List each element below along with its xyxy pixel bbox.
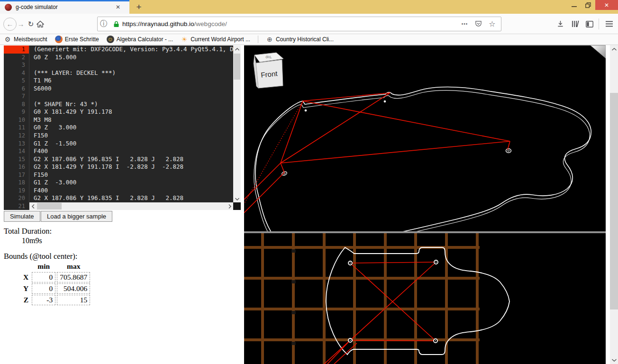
code-line[interactable]: F150	[34, 171, 237, 179]
restore-button[interactable]	[581, 0, 595, 10]
line-number: 17	[4, 171, 29, 179]
line-number: 20	[4, 194, 29, 202]
simulate-button[interactable]: Simulate	[4, 211, 40, 222]
forward-arrow-icon: →	[18, 20, 25, 28]
sidebar-icon	[586, 21, 593, 27]
minimize-button[interactable]	[567, 0, 581, 10]
bookmark-star-icon[interactable]: ☆	[485, 19, 499, 28]
gear-icon: ⚙	[4, 36, 11, 43]
library-button[interactable]	[571, 14, 580, 34]
code-line[interactable]: T1 M6	[34, 77, 237, 85]
line-number: 1	[4, 46, 29, 54]
editor-vertical-scrollbar[interactable]	[233, 46, 241, 202]
scroll-up-icon[interactable]	[233, 46, 241, 53]
lock-icon	[110, 21, 122, 27]
scroll-right-icon[interactable]	[226, 202, 233, 210]
load-bigger-sample-button[interactable]: Load a bigger sample	[41, 211, 112, 222]
drill-holes-3d	[282, 100, 511, 176]
tab-title: g-code simulator	[16, 4, 58, 10]
reload-button[interactable]: ↻	[27, 14, 35, 34]
download-icon	[557, 20, 564, 27]
bookmark-item[interactable]: ⚙Meistbesucht	[4, 35, 47, 44]
back-button[interactable]: ←	[3, 14, 17, 34]
vertical-scroll-thumb[interactable]	[234, 54, 240, 80]
new-tab-button[interactable]: +	[133, 1, 145, 13]
bookmark-item[interactable]: ⊕Country Historical Cli...	[266, 35, 334, 44]
code-line[interactable]: G0 X 181.429 Y 191.178	[34, 108, 237, 116]
toolpath-3d-view[interactable]: Top Front	[244, 45, 606, 231]
code-line[interactable]: F150	[34, 132, 237, 140]
toolpath-2d-view[interactable]	[244, 233, 606, 364]
bookmark-label: Country Historical Cli...	[276, 36, 334, 43]
downloads-button[interactable]	[555, 14, 565, 34]
url-text[interactable]: https://nraynaud.github.io/webgcode/	[122, 20, 458, 27]
code-line[interactable]: (*** LAYER: DECKEL ***)	[34, 69, 237, 77]
page-scroll-up-icon[interactable]	[610, 45, 618, 53]
line-number: 21	[4, 202, 29, 210]
line-number: 3	[4, 61, 29, 69]
code-line[interactable]	[34, 92, 237, 100]
code-line[interactable]: S6000	[34, 85, 237, 93]
tab-gcode-simulator[interactable]: g-code simulator ✕	[0, 0, 129, 14]
tab-close-icon[interactable]: ✕	[114, 3, 122, 11]
forward-button[interactable]: →	[17, 14, 25, 34]
toolbar-separator	[599, 18, 599, 29]
home-button[interactable]	[36, 14, 45, 34]
code-line[interactable]: G1 Z -3.000	[34, 179, 237, 187]
active-tab-indicator	[0, 0, 129, 1]
bookmark-item[interactable]: ☀Current World Airport ...	[181, 35, 250, 44]
code-line[interactable]: G1 Z -1.500	[34, 140, 237, 148]
view-cube-top-label: Top	[265, 55, 272, 60]
code-line[interactable]: G0 Z 3.000	[34, 124, 237, 132]
back-arrow-icon: ←	[3, 18, 17, 31]
code-line[interactable]: G0 Z 15.000	[34, 54, 237, 62]
code-line[interactable]: F400	[34, 147, 237, 155]
bookmarks-bar: ⚙MeistbesuchtErste Schritte☺Algebra Calc…	[0, 34, 618, 45]
line-number: 13	[4, 140, 29, 148]
bookmark-label: Meistbesucht	[14, 36, 47, 43]
bounds-max-value: 15	[57, 295, 90, 305]
line-number: 9	[4, 108, 29, 116]
pocket-icon[interactable]	[472, 20, 485, 27]
site-info-icon[interactable]: ⓘ	[98, 19, 110, 29]
editor-code[interactable]: (Generiert mit: DXF2GCODE, Version: Py3.…	[30, 46, 237, 210]
page-scroll-down-icon[interactable]	[610, 356, 618, 364]
total-duration-label: Total Duration:	[4, 227, 52, 236]
page-scrollbar[interactable]	[610, 45, 618, 364]
page-actions-icon[interactable]: •••	[458, 21, 472, 27]
line-number: 15	[4, 155, 29, 164]
scroll-left-icon[interactable]	[29, 202, 36, 210]
total-duration-value: 10m9s	[22, 237, 42, 245]
bounds-axis-label: X	[21, 272, 30, 282]
bookmark-item[interactable]: Erste Schritte	[55, 35, 99, 44]
sun-icon: ☀	[181, 36, 188, 43]
editor-horizontal-scrollbar[interactable]	[29, 202, 233, 210]
code-line[interactable]: G2 X 187.086 Y 196.835 I 2.828 J 2.828	[34, 194, 237, 202]
close-button[interactable]: ✕	[595, 0, 618, 10]
window-controls: ✕	[567, 0, 618, 10]
page-scroll-thumb[interactable]	[610, 93, 618, 309]
url-bar[interactable]: ⓘ https://nraynaud.github.io/webgcode/ •…	[97, 17, 501, 31]
line-number: 12	[4, 132, 29, 140]
code-line[interactable]: (* SHAPE Nr: 43 *)	[34, 100, 237, 109]
bounds-label: Bounds (@tool center):	[4, 252, 77, 261]
editor-gutter: 123456789101112131415161718192021	[4, 46, 29, 210]
code-line[interactable]: (Generiert mit: DXF2GCODE, Version: Py3.…	[34, 46, 237, 54]
view-cube[interactable]: Top Front	[254, 53, 283, 88]
scroll-down-icon[interactable]	[233, 195, 241, 202]
code-line[interactable]: G2 X 181.429 Y 191.178 I -2.828 J -2.828	[34, 163, 237, 171]
bounds-table-body: X0705.8687Y0504.006Z-315	[21, 272, 90, 305]
code-line[interactable]	[34, 61, 237, 69]
sidebar-toggle-button[interactable]	[585, 14, 594, 34]
line-number: 2	[4, 54, 29, 62]
code-line[interactable]: M3 M8	[34, 116, 237, 124]
gcode-editor[interactable]: 123456789101112131415161718192021 (Gener…	[4, 46, 241, 210]
toolpath-outline-3d	[254, 87, 591, 231]
code-line[interactable]: F400	[34, 187, 237, 195]
menu-button[interactable]	[604, 14, 614, 34]
horizontal-scroll-thumb[interactable]	[37, 203, 62, 209]
bookmark-item[interactable]: ☺Algebra Calculator - ...	[107, 35, 173, 44]
bounds-min-header: min	[32, 262, 55, 271]
fold-corner-handle[interactable]	[591, 46, 606, 58]
code-line[interactable]: G2 X 187.086 Y 196.835 I 2.828 J 2.828	[34, 155, 237, 164]
